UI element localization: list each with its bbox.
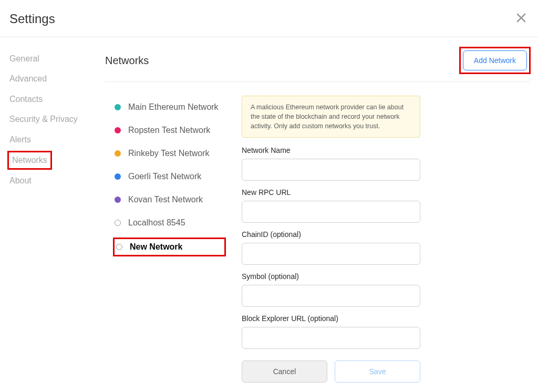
explorer-url-input[interactable] (242, 327, 420, 349)
chain-id-label: ChainID (optional) (242, 230, 420, 239)
network-item-goerli[interactable]: Goerli Test Network (115, 165, 226, 188)
network-color-dot (115, 127, 121, 133)
sidebar-item-label: Alerts (9, 135, 31, 144)
network-label: Goerli Test Network (128, 172, 201, 181)
network-color-dot (115, 173, 121, 180)
add-network-button[interactable]: Add Network (463, 50, 527, 70)
network-name-input[interactable] (242, 159, 420, 181)
sidebar-item-networks[interactable]: Networks (7, 151, 52, 170)
network-item-localhost[interactable]: Localhost 8545 (115, 211, 226, 234)
sidebar-item-about[interactable]: About (7, 171, 105, 191)
network-label: Kovan Test Network (128, 195, 203, 204)
network-list: Main Ethereum Network Ropsten Test Netwo… (105, 96, 226, 383)
sidebar-item-label: Advanced (9, 74, 47, 83)
save-button[interactable]: Save (335, 360, 420, 383)
field-rpc-url: New RPC URL (242, 188, 420, 223)
network-item-main[interactable]: Main Ethereum Network (115, 96, 226, 119)
sidebar-item-general[interactable]: General (7, 49, 105, 69)
cancel-button[interactable]: Cancel (242, 360, 327, 383)
networks-panel: Networks Add Network Main Ethereum Netwo… (105, 47, 538, 383)
settings-body: General Advanced Contacts Security & Pri… (0, 37, 538, 383)
close-icon[interactable] (514, 11, 529, 27)
symbol-input[interactable] (242, 285, 420, 307)
field-chain-id: ChainID (optional) (242, 230, 420, 265)
sidebar-item-label: General (9, 54, 39, 63)
sidebar-item-label: About (9, 176, 32, 185)
field-explorer-url: Block Explorer URL (optional) (242, 314, 420, 349)
network-item-rinkeby[interactable]: Rinkeby Test Network (115, 142, 226, 165)
sidebar-item-label: Networks (12, 156, 47, 164)
network-ring-icon (115, 220, 121, 226)
add-network-highlight: Add Network (459, 47, 531, 74)
networks-header: Networks Add Network (105, 47, 531, 82)
network-item-new-network[interactable]: New Network (113, 238, 226, 256)
sidebar-item-advanced[interactable]: Advanced (7, 69, 105, 89)
network-color-dot (115, 104, 121, 110)
network-item-ropsten[interactable]: Ropsten Test Network (115, 119, 226, 142)
networks-heading: Networks (105, 55, 149, 67)
network-label: Rinkeby Test Network (128, 149, 209, 158)
rpc-url-input[interactable] (242, 201, 420, 223)
sidebar-item-label: Security & Privacy (9, 115, 78, 123)
network-name-label: Network Name (242, 146, 420, 154)
symbol-label: Symbol (optional) (242, 272, 420, 281)
network-color-dot (115, 150, 121, 157)
sidebar-item-contacts[interactable]: Contacts (7, 89, 105, 109)
page-title: Settings (9, 12, 55, 26)
networks-content: Main Ethereum Network Ropsten Test Netwo… (105, 96, 531, 383)
network-label: Ropsten Test Network (128, 126, 210, 135)
explorer-url-label: Block Explorer URL (optional) (242, 314, 420, 323)
warning-banner: A malicious Ethereum network provider ca… (242, 96, 420, 138)
form-buttons: Cancel Save (242, 360, 420, 383)
rpc-url-label: New RPC URL (242, 188, 420, 197)
network-item-kovan[interactable]: Kovan Test Network (115, 188, 226, 211)
sidebar-item-security-privacy[interactable]: Security & Privacy (7, 109, 105, 129)
settings-sidebar: General Advanced Contacts Security & Pri… (0, 47, 105, 383)
network-color-dot (115, 197, 121, 203)
network-label: New Network (130, 242, 182, 252)
settings-header: Settings (0, 0, 538, 37)
field-network-name: Network Name (242, 146, 420, 181)
field-symbol: Symbol (optional) (242, 272, 420, 307)
sidebar-item-label: Contacts (9, 95, 43, 104)
network-label: Localhost 8545 (128, 218, 185, 228)
network-label: Main Ethereum Network (128, 102, 219, 112)
network-ring-icon (116, 244, 122, 250)
network-form: A malicious Ethereum network provider ca… (242, 96, 420, 383)
sidebar-item-alerts[interactable]: Alerts (7, 130, 105, 150)
chain-id-input[interactable] (242, 243, 420, 265)
